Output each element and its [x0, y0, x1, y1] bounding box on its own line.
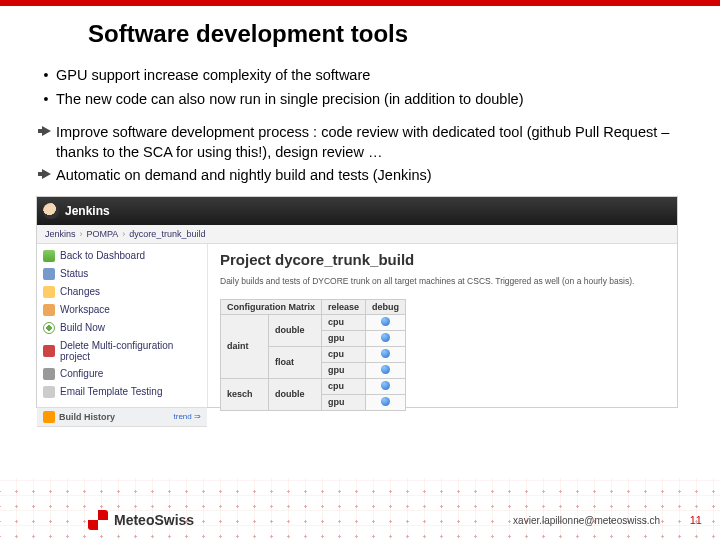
- sidebar-item-label: Email Template Testing: [60, 386, 162, 397]
- slide-title: Software development tools: [88, 20, 720, 48]
- status-icon: [43, 268, 55, 280]
- footer-pattern: [0, 478, 720, 540]
- project-description: Daily builds and tests of DYCORE trunk o…: [220, 276, 665, 287]
- bullet-text: Automatic on demand and nightly build an…: [56, 166, 432, 186]
- bullet-item: • The new code can also now run in singl…: [36, 90, 680, 110]
- matrix-cell[interactable]: [366, 362, 406, 378]
- bullet-text: GPU support increase complexity of the s…: [56, 66, 370, 86]
- matrix-cell[interactable]: [366, 378, 406, 394]
- status-ball-icon: [381, 397, 390, 406]
- clock-icon: [43, 322, 55, 334]
- history-icon: [43, 411, 55, 423]
- jenkins-sidebar: Back to Dashboard Status Changes Workspa…: [37, 243, 208, 407]
- matrix-cell[interactable]: [366, 346, 406, 362]
- folder-icon: [43, 304, 55, 316]
- sidebar-item-label: Status: [60, 268, 88, 279]
- sidebar-item-label: Build Now: [60, 322, 105, 333]
- matrix-cell[interactable]: [366, 394, 406, 410]
- table-row: kesch double cpu: [221, 378, 406, 394]
- matrix-target: cpu: [322, 314, 366, 330]
- sidebar-item-delete[interactable]: Delete Multi-configuration project: [37, 337, 207, 365]
- bullet-list: • GPU support increase complexity of the…: [36, 66, 680, 186]
- matrix-cfg: double: [269, 314, 322, 346]
- matrix-target: gpu: [322, 394, 366, 410]
- bullet-text: The new code can also now run in single …: [56, 90, 524, 110]
- breadcrumb-item[interactable]: Jenkins: [45, 229, 76, 239]
- footer-email: xavier.lapillonne@meteoswiss.ch: [513, 515, 660, 526]
- matrix-col-debug: debug: [366, 299, 406, 314]
- brand-name: MeteoSwiss: [114, 512, 194, 528]
- project-title: Project dycore_trunk_build: [220, 251, 665, 268]
- matrix-host: kesch: [221, 378, 269, 410]
- sidebar-item-label: Back to Dashboard: [60, 250, 145, 261]
- bullet-item: • GPU support increase complexity of the…: [36, 66, 680, 86]
- breadcrumb-item[interactable]: dycore_trunk_build: [129, 229, 205, 239]
- table-row: Configuration Matrix release debug: [221, 299, 406, 314]
- status-ball-icon: [381, 333, 390, 342]
- delete-icon: [43, 345, 55, 357]
- sidebar-item-status[interactable]: Status: [37, 265, 207, 283]
- sidebar-item-label: Workspace: [60, 304, 110, 315]
- chevron-right-icon: ›: [122, 229, 125, 239]
- changes-icon: [43, 286, 55, 298]
- build-history-header[interactable]: Build History trend ⇒: [37, 407, 207, 427]
- gear-icon: [43, 368, 55, 380]
- page-number: 11: [690, 514, 702, 526]
- matrix-cfg: double: [269, 378, 322, 410]
- jenkins-logo-icon: [43, 203, 59, 219]
- status-ball-icon: [381, 381, 390, 390]
- jenkins-screenshot: Jenkins Jenkins › POMPA › dycore_trunk_b…: [36, 196, 678, 408]
- status-ball-icon: [381, 317, 390, 326]
- configuration-matrix: Configuration Matrix release debug daint…: [220, 299, 406, 411]
- matrix-col-release: release: [322, 299, 366, 314]
- sidebar-item-label: Configure: [60, 368, 103, 379]
- sidebar-item-label: Delete Multi-configuration project: [60, 340, 201, 362]
- chevron-right-icon: ›: [80, 229, 83, 239]
- breadcrumb-item[interactable]: POMPA: [87, 229, 119, 239]
- breadcrumb: Jenkins › POMPA › dycore_trunk_build: [37, 225, 677, 244]
- table-row: daint double cpu: [221, 314, 406, 330]
- matrix-target: gpu: [322, 330, 366, 346]
- bullet-item-arrow: Automatic on demand and nightly build an…: [36, 166, 680, 186]
- bullet-text: Improve software development process : c…: [56, 123, 680, 162]
- sidebar-item-build-now[interactable]: Build Now: [37, 319, 207, 337]
- brand: MeteoSwiss: [88, 510, 194, 530]
- jenkins-header: Jenkins: [37, 197, 677, 225]
- matrix-target: cpu: [322, 378, 366, 394]
- mail-icon: [43, 386, 55, 398]
- sidebar-item-label: Changes: [60, 286, 100, 297]
- sidebar-item-changes[interactable]: Changes: [37, 283, 207, 301]
- bullet-marker-dot: •: [36, 66, 56, 85]
- arrow-right-icon: [36, 166, 56, 179]
- sidebar-item-email[interactable]: Email Template Testing: [37, 383, 207, 401]
- matrix-host: daint: [221, 314, 269, 378]
- arrow-right-icon: [36, 123, 56, 136]
- bullet-marker-dot: •: [36, 90, 56, 109]
- jenkins-main: Project dycore_trunk_build Daily builds …: [208, 243, 677, 407]
- matrix-cell[interactable]: [366, 330, 406, 346]
- meteoswiss-logo-icon: [88, 510, 108, 530]
- matrix-target: gpu: [322, 362, 366, 378]
- build-history-title: Build History: [59, 412, 115, 422]
- matrix-target: cpu: [322, 346, 366, 362]
- sidebar-item-workspace[interactable]: Workspace: [37, 301, 207, 319]
- trend-link[interactable]: trend ⇒: [174, 412, 201, 421]
- matrix-header: Configuration Matrix: [221, 299, 322, 314]
- status-ball-icon: [381, 365, 390, 374]
- matrix-cell[interactable]: [366, 314, 406, 330]
- sidebar-item-back[interactable]: Back to Dashboard: [37, 247, 207, 265]
- bullet-item-arrow: Improve software development process : c…: [36, 123, 680, 162]
- up-arrow-icon: [43, 250, 55, 262]
- status-ball-icon: [381, 349, 390, 358]
- sidebar-item-configure[interactable]: Configure: [37, 365, 207, 383]
- red-top-bar: [0, 0, 720, 6]
- jenkins-logo-text: Jenkins: [65, 204, 110, 218]
- matrix-cfg: float: [269, 346, 322, 378]
